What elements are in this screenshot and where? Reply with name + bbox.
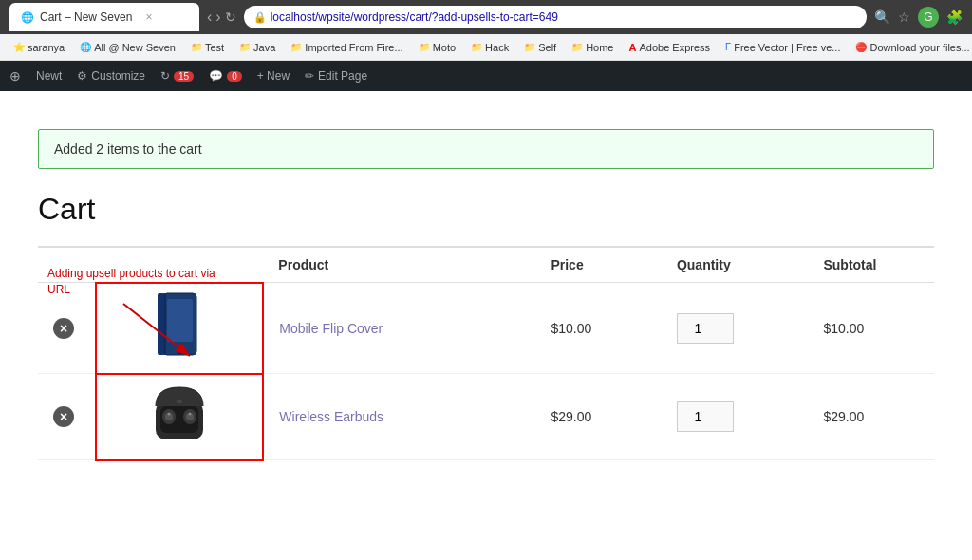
reload-icon[interactable]: ↻	[225, 9, 236, 25]
image-cell-1	[96, 283, 264, 374]
quantity-input-2[interactable]	[677, 401, 734, 432]
edit-page-label: Edit Page	[318, 69, 367, 83]
adobe-icon: A	[628, 42, 636, 53]
bookmarks-bar: ⭐ saranya 🌐 All @ New Seven 📁 Test 📁 Jav…	[0, 34, 972, 61]
lock-icon: 🔒	[253, 11, 267, 24]
extension-icon[interactable]: 🧩	[946, 9, 963, 25]
cart-title: Cart	[38, 192, 934, 227]
folder-icon-7: 📁	[571, 42, 583, 52]
comments-icon: 💬	[209, 69, 223, 83]
bookmark-icon[interactable]: ☆	[898, 9, 910, 25]
svg-point-12	[168, 412, 171, 415]
bookmark-download[interactable]: ⛔ Download your files...	[850, 40, 972, 55]
edit-icon: ✏	[305, 69, 314, 83]
product-name-cell-2: Wireless Earbuds	[263, 374, 535, 460]
tab-title: Cart – New Seven	[40, 10, 132, 24]
new-label: + New	[257, 69, 290, 83]
wp-edit-page[interactable]: ✏ Edit Page	[305, 69, 367, 83]
table-row: ×	[38, 283, 934, 374]
wp-logo-icon: ⊕	[9, 68, 21, 84]
folder-icon-2: 📁	[239, 42, 251, 52]
customize-icon: ⚙	[77, 69, 87, 83]
bookmark-freevector[interactable]: F Free Vector | Free ve...	[720, 40, 846, 55]
updates-count: 15	[174, 71, 194, 82]
image-cell-2	[96, 374, 264, 460]
svg-rect-3	[167, 299, 193, 342]
col-header-product: Product	[263, 248, 535, 283]
site-name-label: Newt	[36, 69, 62, 83]
col-header-quantity: Quantity	[662, 248, 809, 283]
subtotal-cell-1: $10.00	[808, 283, 934, 374]
svg-point-15	[189, 412, 192, 415]
wp-new[interactable]: + New	[257, 69, 290, 83]
product-link-2[interactable]: Wireless Earbuds	[279, 409, 383, 424]
bookmark-saranya[interactable]: ⭐ saranya	[8, 40, 70, 55]
url-bar[interactable]: 🔒 localhost/wpsite/wordpress/cart/?add-u…	[244, 6, 867, 28]
forward-icon[interactable]: ›	[215, 9, 220, 26]
subtotal-1: $10.00	[823, 321, 864, 336]
col-header-price: Price	[535, 248, 661, 283]
wp-admin-bar: ⊕ Newt ⚙ Customize ↻ 15 💬 0 + New ✏ Edit…	[0, 61, 972, 91]
wp-customize[interactable]: ⚙ Customize	[77, 69, 145, 83]
bookmark-new-seven[interactable]: 🌐 All @ New Seven	[74, 40, 181, 55]
doc-icon: F	[725, 42, 731, 52]
wp-site-name[interactable]: Newt	[36, 69, 62, 83]
url-text: localhost/wpsite/wordpress/cart/?add-ups…	[271, 10, 558, 24]
page-content: Added 2 items to the cart Cart Adding up…	[0, 91, 972, 480]
col-header-remove	[38, 248, 96, 283]
folder-icon-4: 📁	[419, 42, 430, 52]
browser-chrome: 🌐 Cart – New Seven × ‹ › ↻ 🔒 localhost/w…	[0, 0, 972, 34]
bookmark-adobe[interactable]: A Adobe Express	[623, 40, 716, 55]
svg-point-7	[178, 347, 182, 352]
qty-cell-2	[662, 374, 809, 460]
globe-icon: 🌐	[80, 42, 91, 52]
product-image-2	[146, 383, 213, 449]
wp-comments[interactable]: 💬 0	[209, 69, 242, 83]
svg-rect-4	[158, 293, 165, 355]
bookmark-imported[interactable]: 📁 Imported From Fire...	[285, 40, 408, 55]
product-name-cell-1: Mobile Flip Cover	[263, 283, 535, 374]
search-icon[interactable]: 🔍	[874, 9, 890, 25]
star-icon: ⭐	[13, 42, 25, 52]
tab-close[interactable]: ×	[145, 10, 152, 24]
price-1: $10.00	[551, 321, 591, 336]
bookmark-java[interactable]: 📁 Java	[234, 40, 281, 55]
customize-label: Customize	[91, 69, 145, 83]
remove-button-2[interactable]: ×	[53, 406, 74, 427]
svg-rect-16	[177, 400, 182, 403]
notification-text: Added 2 items to the cart	[54, 141, 202, 157]
product-link-1[interactable]: Mobile Flip Cover	[279, 321, 383, 336]
no-icon: ⛔	[855, 42, 867, 52]
browser-tab[interactable]: 🌐 Cart – New Seven ×	[9, 3, 199, 31]
folder-icon-3: 📁	[290, 42, 302, 52]
col-header-image	[96, 248, 264, 283]
wp-updates[interactable]: ↻ 15	[160, 69, 194, 83]
price-2: $29.00	[551, 409, 591, 424]
profile-icon[interactable]: G	[918, 7, 939, 28]
cart-notification: Added 2 items to the cart	[38, 129, 934, 169]
quantity-input-1[interactable]	[677, 313, 734, 344]
back-icon[interactable]: ‹	[207, 9, 212, 26]
table-row: ×	[38, 374, 934, 460]
col-header-subtotal: Subtotal	[808, 248, 934, 283]
subtotal-2: $29.00	[823, 409, 864, 424]
qty-cell-1	[662, 283, 809, 374]
bookmark-home[interactable]: 📁 Home	[566, 40, 619, 55]
remove-cell-2: ×	[38, 374, 96, 460]
bookmark-test[interactable]: 📁 Test	[185, 40, 230, 55]
price-cell-1: $10.00	[535, 283, 661, 374]
cart-table: Product Price Quantity Subtotal	[38, 247, 934, 461]
price-cell-2: $29.00	[535, 374, 661, 460]
bookmark-moto[interactable]: 📁 Moto	[413, 40, 461, 55]
folder-icon-6: 📁	[524, 42, 535, 52]
updates-icon: ↻	[160, 69, 170, 83]
remove-cell-1: ×	[38, 283, 96, 374]
bookmark-hack[interactable]: 📁 Hack	[465, 40, 514, 55]
folder-icon: 📁	[191, 42, 202, 52]
subtotal-cell-2: $29.00	[808, 374, 934, 460]
product-image-1	[154, 291, 206, 363]
bookmark-self[interactable]: 📁 Self	[518, 40, 562, 55]
comments-count: 0	[227, 71, 242, 82]
remove-button-1[interactable]: ×	[53, 318, 74, 339]
wp-logo[interactable]: ⊕	[9, 68, 21, 84]
